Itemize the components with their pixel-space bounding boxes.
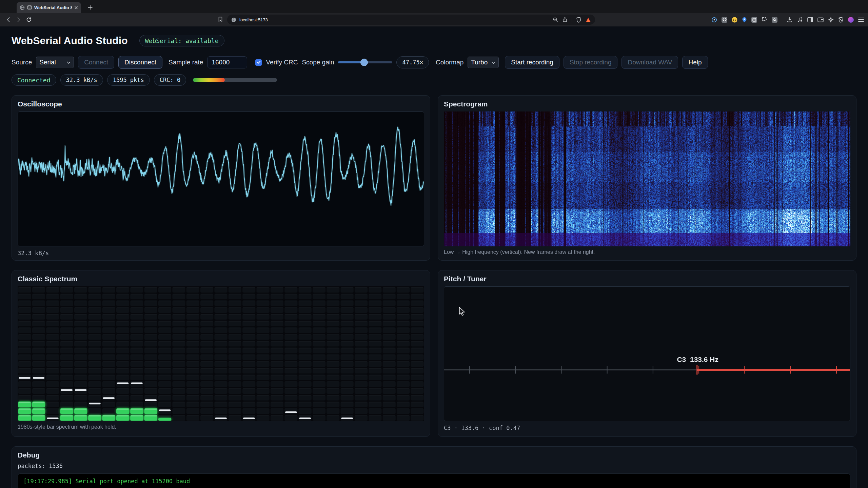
classic-spectrum-panel: Classic Spectrum 1980s-style bar spectru… — [12, 270, 430, 437]
status-row: Connected 32.3 kB/s 1595 pkts CRC: 0 — [12, 74, 856, 86]
divider — [782, 17, 782, 22]
cursor-arrow — [458, 307, 466, 316]
extension-code-icon[interactable] — [722, 17, 727, 23]
sample-rate-input[interactable]: 16000 — [207, 56, 247, 68]
tab-title: WebSerial Audio Studio — [34, 5, 72, 10]
colormap-select[interactable]: Turbo — [468, 57, 499, 68]
spectrogram-caption: Low → High frequency (vertical). New fra… — [444, 249, 850, 255]
extensions-cluster — [711, 13, 864, 26]
download-wav-button[interactable]: Download WAV — [622, 56, 678, 69]
sparkle-icon[interactable] — [828, 17, 834, 23]
crc-badge: CRC: 0 — [154, 74, 186, 86]
colormap-label: Colormap — [436, 59, 463, 66]
wallet-icon[interactable] — [817, 17, 824, 22]
music-icon[interactable] — [797, 17, 803, 23]
source-select[interactable]: Serial — [36, 57, 74, 68]
app-page: WebSerial Audio Studio WebSerial: availa… — [0, 26, 868, 488]
extension-pin-icon[interactable] — [742, 17, 747, 23]
connection-badge: Connected — [12, 74, 56, 86]
spectrogram-panel: Spectrogram Low → High frequency (vertic… — [438, 95, 856, 261]
tuner-canvas — [444, 286, 850, 421]
slider-thumb[interactable] — [360, 59, 368, 66]
scope-gain-label: Scope gain — [302, 59, 334, 66]
globe-icon — [20, 5, 25, 10]
bookmark-icon[interactable] — [218, 17, 223, 22]
tuner-panel: Pitch / Tuner C3 · 133.6 · conf 0.47 — [438, 270, 856, 437]
debug-title: Debug — [18, 451, 850, 459]
stop-recording-button[interactable]: Stop recording — [564, 56, 618, 69]
sidebar-icon[interactable] — [807, 17, 813, 22]
page-favicon — [27, 5, 32, 10]
start-recording-button[interactable]: Start recording — [505, 56, 559, 69]
level-meter-fill — [193, 78, 225, 82]
url-text: localhost:5173 — [239, 17, 268, 22]
scope-gain-slider[interactable] — [338, 59, 392, 66]
tuner-title: Pitch / Tuner — [444, 275, 850, 283]
classic-spectrum-title: Classic Spectrum — [18, 275, 424, 283]
source-select-value: Serial — [39, 59, 56, 66]
reload-icon[interactable] — [26, 17, 32, 23]
verify-crc-checkbox[interactable] — [255, 59, 262, 66]
browser-tab-bar: WebSerial Audio Studio — [0, 0, 868, 13]
extension-smiley-icon[interactable] — [732, 17, 737, 23]
browser-nav-bar: localhost:5173 — [0, 13, 868, 26]
zoom-in-icon[interactable] — [553, 17, 558, 22]
download-icon[interactable] — [787, 17, 793, 23]
forward-icon[interactable] — [16, 17, 22, 23]
new-tab-icon[interactable] — [86, 3, 94, 12]
url-bar[interactable]: localhost:5173 — [227, 15, 595, 25]
chevron-down-icon — [67, 61, 71, 64]
toolbar: Source Serial Connect Disconnect Sample … — [12, 56, 856, 69]
oscilloscope-panel: Oscilloscope 32.3 kB/s — [12, 95, 430, 261]
oscilloscope-footer: 32.3 kB/s — [18, 250, 424, 257]
back-icon[interactable] — [5, 17, 12, 23]
divider — [572, 17, 572, 22]
chevron-down-icon — [492, 61, 495, 64]
profile-icon[interactable] — [848, 17, 854, 23]
classic-spectrum-caption: 1980s-style bar spectrum with peak hold. — [18, 424, 424, 430]
debug-packets: packets: 1536 — [18, 463, 850, 469]
spectrogram-title: Spectrogram — [444, 100, 850, 108]
extensions-puzzle-icon[interactable] — [762, 17, 767, 23]
classic-spectrum-canvas — [18, 286, 424, 421]
extension-search-box-icon[interactable] — [772, 17, 777, 23]
brave-shield-icon[interactable] — [576, 17, 581, 23]
help-button[interactable]: Help — [682, 56, 708, 69]
colormap-select-value: Turbo — [471, 59, 488, 66]
extension-box-icon[interactable] — [751, 17, 757, 23]
oscilloscope-canvas — [18, 111, 424, 246]
level-meter — [193, 78, 277, 82]
info-icon[interactable] — [231, 17, 236, 22]
rate-badge: 32.3 kB/s — [60, 74, 103, 86]
checkbox-check-icon — [257, 61, 261, 64]
source-label: Source — [12, 59, 32, 66]
packets-badge: 1595 pkts — [107, 74, 150, 86]
webserial-status-badge: WebSerial: available — [139, 35, 224, 46]
debug-panel: Debug packets: 1536 [19:17:29.985] Seria… — [12, 446, 856, 488]
browser-tab[interactable]: WebSerial Audio Studio — [17, 2, 81, 13]
menu-icon[interactable] — [858, 17, 864, 22]
share-icon[interactable] — [562, 17, 568, 22]
debug-console: [19:17:29.985] Serial port opened at 115… — [18, 473, 850, 488]
privacy-shield-icon[interactable] — [838, 17, 844, 23]
spectrogram-canvas — [444, 111, 850, 246]
disconnect-button[interactable]: Disconnect — [118, 56, 162, 69]
page-title: WebSerial Audio Studio — [12, 35, 128, 46]
close-icon[interactable] — [74, 6, 78, 9]
oscilloscope-title: Oscilloscope — [18, 100, 424, 108]
scope-gain-value-badge: 47.75× — [396, 56, 429, 68]
sample-rate-label: Sample rate — [169, 59, 203, 66]
extension-ring-icon[interactable] — [711, 17, 717, 23]
verify-crc-label: Verify CRC — [266, 59, 298, 66]
tuner-footer: C3 · 133.6 · conf 0.47 — [444, 425, 850, 431]
brave-rewards-icon[interactable] — [586, 17, 591, 22]
debug-log-line: [19:17:29.985] Serial port opened at 115… — [23, 478, 845, 485]
connect-button[interactable]: Connect — [78, 56, 114, 69]
